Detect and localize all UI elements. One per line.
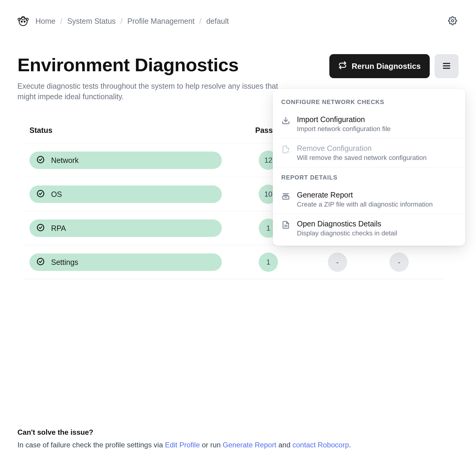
breadcrumb-system-status[interactable]: System Status [67,17,116,26]
svg-point-6 [451,20,454,22]
file-remove-icon [281,145,290,154]
help-text-part: and [276,441,292,449]
svg-point-2 [18,18,20,21]
failed-count: - [328,253,347,272]
help-text-part: . [349,441,351,449]
help-text-part: or run [200,441,223,449]
gear-icon [448,16,457,26]
page-title: Environment Diagnostics [17,54,288,75]
breadcrumb-sep: / [200,17,202,26]
breadcrumb: Home / System Status / Profile Managemen… [35,17,229,26]
svg-point-4 [21,21,22,22]
link-contact-robocorp[interactable]: contact Robocorp [292,441,349,449]
dropdown-item-desc: Import network configuration file [297,125,391,133]
dropdown-section-network: CONFIGURE NETWORK CHECKS [273,97,465,110]
dropdown-item-title: Import Configuration [297,115,391,124]
status-label: RPA [51,224,66,233]
link-generate-report[interactable]: Generate Report [223,441,276,449]
footer-help-text: In case of failure check the profile set… [17,441,351,449]
page-subtitle: Execute diagnostic tests throughout the … [17,81,288,102]
status-pill-network[interactable]: Network [29,152,222,169]
svg-point-1 [21,17,25,20]
status-pill-os[interactable]: OS [29,186,222,203]
dropdown-item-desc: Will remove the saved network configurat… [297,154,427,162]
help-text-part: In case of failure check the profile set… [17,441,165,449]
download-icon [281,116,290,125]
breadcrumb-sep: / [121,17,123,26]
status-pill-settings[interactable]: Settings [29,253,222,271]
refresh-icon [338,61,347,72]
status-label: Network [51,156,79,165]
archive-icon [281,192,290,201]
settings-button[interactable] [447,15,459,27]
breadcrumb-profile-management[interactable]: Profile Management [127,17,195,26]
dropdown-item-title: Generate Report [297,191,433,199]
footer-help: Can't solve the issue? In case of failur… [17,428,351,449]
dropdown-remove-configuration: Remove Configuration Will remove the sav… [273,139,465,167]
dropdown-section-report: REPORT DETAILS [273,172,465,185]
rerun-diagnostics-label: Rerun Diagnostics [352,62,421,71]
svg-point-5 [24,21,25,22]
status-pill-rpa[interactable]: RPA [29,219,222,237]
check-circle-icon [37,156,44,165]
dropdown-open-diagnostics-details[interactable]: Open Diagnostics Details Display diagnos… [273,214,465,243]
table-row: Settings 1 - - [23,245,444,279]
more-menu-button[interactable] [435,54,459,78]
breadcrumb-current: default [206,17,229,26]
dropdown-generate-report[interactable]: Generate Report Create a ZIP file with a… [273,185,465,214]
passed-count: 1 [259,253,278,272]
dropdown-import-configuration[interactable]: Import Configuration Import network conf… [273,110,465,139]
app-logo [17,15,29,27]
dropdown-item-title: Remove Configuration [297,144,427,153]
breadcrumb-home[interactable]: Home [35,17,56,26]
rerun-diagnostics-button[interactable]: Rerun Diagnostics [329,54,430,78]
breadcrumb-sep: / [60,17,63,26]
top-bar: Home / System Status / Profile Managemen… [17,15,459,27]
actions-dropdown: CONFIGURE NETWORK CHECKS Import Configur… [273,89,465,246]
check-circle-icon [37,224,44,233]
dropdown-item-desc: Display diagnostic checks in detail [297,229,397,237]
col-status: Status [29,126,234,135]
svg-point-3 [26,18,29,21]
status-label: OS [51,190,62,199]
check-circle-icon [37,190,44,199]
check-circle-icon [37,258,44,267]
dropdown-item-desc: Create a ZIP file with all diagnostic in… [297,201,433,208]
warnings-count: - [389,253,409,272]
footer-help-title: Can't solve the issue? [17,428,351,437]
link-edit-profile[interactable]: Edit Profile [165,441,200,449]
menu-icon [442,61,451,72]
status-label: Settings [51,258,78,267]
file-text-icon [281,220,290,229]
dropdown-item-title: Open Diagnostics Details [297,219,397,228]
